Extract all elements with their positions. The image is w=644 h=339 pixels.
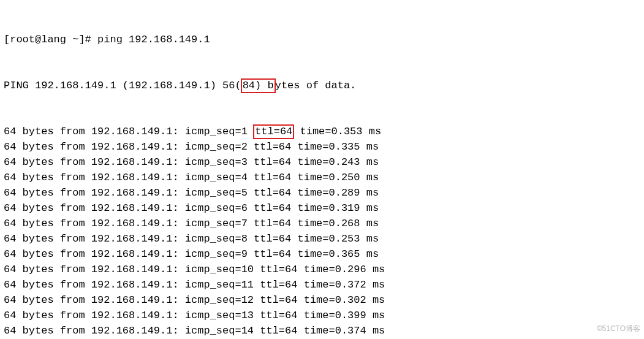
highlight-annotation: 84) b	[241, 78, 276, 93]
ping-replies: 64 bytes from 192.168.149.1: icmp_seq=1 …	[4, 124, 640, 339]
shell-prompt: [root@lang ~]#	[4, 34, 97, 45]
ping-reply-line: 64 bytes from 192.168.149.1: icmp_seq=4 …	[4, 170, 640, 185]
ping-reply-line: 64 bytes from 192.168.149.1: icmp_seq=6 …	[4, 200, 640, 216]
watermark-label: ©51CTO博客	[597, 321, 640, 337]
ping-header-line: PING 192.168.149.1 (192.168.149.1) 56(84…	[4, 78, 640, 93]
ping-reply-line: 64 bytes from 192.168.149.1: icmp_seq=2 …	[4, 139, 640, 154]
ping-command: ping 192.168.149.1	[97, 34, 210, 45]
ping-reply-line: 64 bytes from 192.168.149.1: icmp_seq=5 …	[4, 185, 640, 200]
ping-reply-line: 64 bytes from 192.168.149.1: icmp_seq=1 …	[4, 124, 640, 139]
ping-reply-line: 64 bytes from 192.168.149.1: icmp_seq=12…	[4, 292, 640, 308]
ping-reply-line: 64 bytes from 192.168.149.1: icmp_seq=13…	[4, 308, 640, 323]
ping-reply-line: 64 bytes from 192.168.149.1: icmp_seq=10…	[4, 262, 640, 277]
ping-reply-line: 64 bytes from 192.168.149.1: icmp_seq=9 …	[4, 246, 640, 262]
ping-reply-line: 64 bytes from 192.168.149.1: icmp_seq=3 …	[4, 154, 640, 170]
highlight-ttl: ttl=64	[253, 124, 294, 139]
ping-reply-line: 64 bytes from 192.168.149.1: icmp_seq=11…	[4, 277, 640, 292]
ping-reply-line: 64 bytes from 192.168.149.1: icmp_seq=8 …	[4, 231, 640, 246]
terminal-output[interactable]: [root@lang ~]# ping 192.168.149.1 PING 1…	[4, 1, 640, 339]
ping-reply-line: 64 bytes from 192.168.149.1: icmp_seq=14…	[4, 323, 640, 338]
ping-reply-line: 64 bytes from 192.168.149.1: icmp_seq=7 …	[4, 216, 640, 231]
command-line: [root@lang ~]# ping 192.168.149.1	[4, 32, 640, 47]
